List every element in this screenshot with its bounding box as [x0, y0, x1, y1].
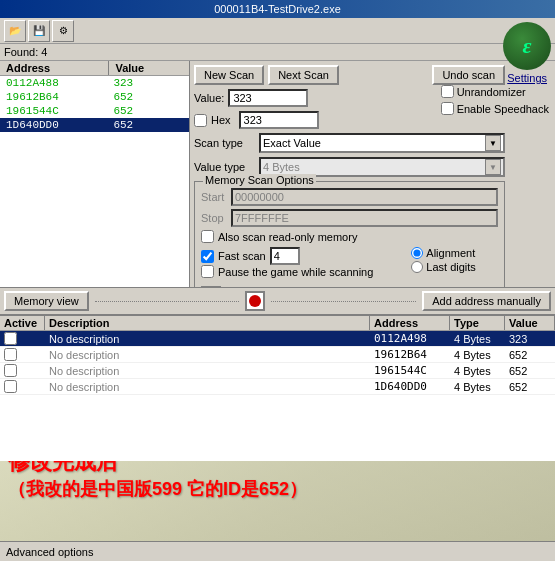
addr-type: 4 Bytes: [450, 381, 505, 393]
scan-value: 652: [109, 91, 187, 103]
stop-button[interactable]: [245, 291, 265, 311]
hex-checkbox[interactable]: [194, 114, 207, 127]
ce-logo-circle: ε: [503, 61, 551, 70]
stop-row: Stop: [201, 209, 498, 227]
alignment-radio[interactable]: [411, 247, 423, 259]
value-label: Value:: [194, 92, 224, 104]
scan-list: 0112A488 323 19612B64 652 1961544C 652 1…: [0, 76, 189, 287]
scan-type-arrow: ▼: [485, 135, 501, 151]
addr-header-active: Active: [0, 316, 45, 330]
bottom-toolbar: Memory view Add address manually: [0, 287, 555, 315]
addr-row[interactable]: No description 19612B64 4 Bytes 652: [0, 347, 555, 363]
toolbar: 📂 💾 ⚙: [0, 18, 555, 44]
scan-type-label: Scan type: [194, 137, 259, 149]
stop-icon-inner: [249, 295, 261, 307]
unrandomizer-row: Unrandomizer: [441, 85, 549, 98]
scan-type-row: Scan type Exact Value ▼: [194, 133, 505, 153]
addr-value: 652: [505, 365, 555, 377]
hex-value-input[interactable]: [239, 111, 319, 129]
settings-link[interactable]: Settings: [507, 72, 547, 84]
start-input[interactable]: [231, 188, 498, 206]
last-digits-label: Last digits: [426, 261, 476, 273]
addr-header-address: Address: [370, 316, 450, 330]
scan-value: 652: [109, 119, 187, 131]
scan-header-address: Address: [0, 61, 109, 75]
addr-active: [0, 364, 45, 377]
scan-row[interactable]: 19612B64 652: [0, 90, 189, 104]
addr-row[interactable]: No description 0112A498 4 Bytes 323: [0, 331, 555, 347]
next-scan-button[interactable]: Next Scan: [268, 65, 339, 85]
scan-value: 323: [109, 77, 187, 89]
found-bar: Found: 4: [0, 44, 555, 61]
pointer-btn[interactable]: 🖮: [201, 286, 221, 287]
addr-header-type: Type: [450, 316, 505, 330]
addr-list-header: Active Description Address Type Value: [0, 316, 555, 331]
addr-checkbox[interactable]: [4, 348, 17, 361]
addr-value: 652: [505, 381, 555, 393]
scan-row[interactable]: 0112A488 323: [0, 76, 189, 90]
scan-header-value: Value: [109, 61, 189, 75]
scan-buttons-row: New Scan Next Scan Undo scan: [194, 65, 505, 85]
title-bar: 000011B4-TestDrive2.exe: [0, 0, 555, 18]
pause-checkbox[interactable]: [201, 265, 214, 278]
fast-input[interactable]: [270, 247, 300, 265]
toolbar-settings-btn[interactable]: ⚙: [52, 20, 74, 42]
fast-checkbox[interactable]: [201, 250, 214, 263]
last-digits-radio[interactable]: [411, 261, 423, 273]
add-address-button[interactable]: Add address manually: [422, 291, 551, 311]
hex-label: Hex: [211, 114, 231, 126]
value-input[interactable]: [228, 89, 308, 107]
pointer-row: 🖮: [201, 286, 498, 287]
stop-label: Stop: [201, 212, 231, 224]
memory-scan-title: Memory Scan Options: [203, 174, 316, 186]
memory-view-button[interactable]: Memory view: [4, 291, 89, 311]
addr-desc: No description: [45, 381, 370, 393]
addr-type: 4 Bytes: [450, 365, 505, 377]
last-digits-radio-row: Last digits: [411, 261, 476, 273]
scan-results-panel: Address Value 0112A488 323 19612B64 652 …: [0, 61, 190, 287]
toolbar-open-btn[interactable]: 📂: [4, 20, 26, 42]
addr-address: 19612B64: [370, 348, 450, 361]
start-label: Start: [201, 191, 231, 203]
addr-checkbox[interactable]: [4, 364, 17, 377]
addr-desc: No description: [45, 349, 370, 361]
content-area: Address Value 0112A488 323 19612B64 652 …: [0, 61, 555, 287]
speedhack-checkbox[interactable]: [441, 102, 454, 115]
memory-scan-options: Memory Scan Options Start Stop Also scan…: [194, 181, 505, 287]
addr-row[interactable]: No description 1961544C 4 Bytes 652: [0, 363, 555, 379]
addr-value: 323: [505, 333, 555, 345]
scan-row[interactable]: 1961544C 652: [0, 104, 189, 118]
scan-type-combo[interactable]: Exact Value ▼: [259, 133, 505, 153]
pause-label: Pause the game while scanning: [218, 266, 373, 278]
addr-row[interactable]: No description 1D640DD0 4 Bytes 652: [0, 379, 555, 395]
start-row: Start: [201, 188, 498, 206]
readonly-checkbox[interactable]: [201, 230, 214, 243]
speedhack-label: Enable Speedhack: [457, 103, 549, 115]
found-count: Found: 4: [4, 46, 47, 58]
readonly-row: Also scan read-only memory: [201, 230, 498, 243]
scan-address: 19612B64: [2, 91, 109, 103]
new-scan-button[interactable]: New Scan: [194, 65, 264, 85]
scan-row-selected[interactable]: 1D640DD0 652: [0, 118, 189, 132]
addr-header-value: Value: [505, 316, 555, 330]
addr-desc: No description: [45, 333, 370, 345]
alignment-group: Alignment Last digits: [411, 247, 476, 273]
addr-list-container: No description 0112A498 4 Bytes 323 No d…: [0, 331, 555, 461]
scan-value: 652: [109, 105, 187, 117]
toolbar-save-btn[interactable]: 💾: [28, 20, 50, 42]
addr-checkbox[interactable]: [4, 380, 17, 393]
undo-scan-button[interactable]: Undo scan: [432, 65, 505, 85]
addr-header-desc: Description: [45, 316, 370, 330]
addr-checkbox[interactable]: [4, 332, 17, 345]
scan-address: 1D640DD0: [2, 119, 109, 131]
value-type-arrow: ▼: [485, 159, 501, 175]
scan-address: 1961544C: [2, 105, 109, 117]
right-options: Unrandomizer Enable Speedhack: [441, 85, 549, 115]
readonly-label: Also scan read-only memory: [218, 231, 357, 243]
alignment-label: Alignment: [426, 247, 475, 259]
addr-desc: No description: [45, 365, 370, 377]
advanced-options-bar: Advanced options: [0, 541, 555, 561]
advanced-label: Advanced options: [6, 546, 93, 558]
stop-input[interactable]: [231, 209, 498, 227]
unrandomizer-checkbox[interactable]: [441, 85, 454, 98]
